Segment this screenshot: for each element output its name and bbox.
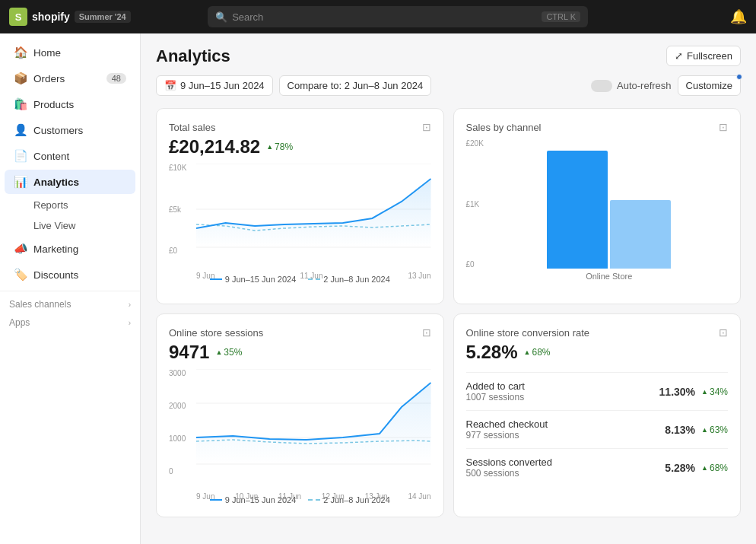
bar-chart-inner bbox=[466, 139, 729, 269]
chart-inner bbox=[196, 369, 431, 491]
card-header: Total sales ⊡ bbox=[169, 121, 431, 133]
total-sales-card: Total sales ⊡ £20,214.82 78% £10K £5k £0 bbox=[156, 108, 444, 304]
sidebar-item-label: Analytics bbox=[33, 177, 79, 188]
date-range-filter[interactable]: 📅 9 Jun–15 Jun 2024 bbox=[156, 75, 273, 96]
sidebar-item-customers[interactable]: 👤 Customers bbox=[5, 118, 135, 142]
conversion-row-info: Reached checkout 977 sessions bbox=[466, 418, 548, 441]
sidebar: 🏠 Home 📦 Orders 48 🛍️ Products 👤 Custome… bbox=[0, 33, 141, 544]
conversion-row-label: Added to cart bbox=[466, 380, 525, 392]
sidebar-item-label: Orders bbox=[33, 73, 65, 84]
compare-label: Compare to: 2 Jun–8 Jun 2024 bbox=[287, 80, 424, 91]
conversion-pct: 8.13% bbox=[665, 424, 695, 436]
search-placeholder: Search bbox=[232, 11, 263, 23]
expand-icon[interactable]: ⊡ bbox=[719, 326, 728, 339]
conversion-rows: Added to cart 1007 sessions 11.30% 34% R… bbox=[466, 372, 729, 486]
conversion-rate-card: Online store conversion rate ⊡ 5.28% 68%… bbox=[453, 313, 742, 517]
customize-button[interactable]: Customize bbox=[678, 75, 741, 96]
conversion-row-label: Reached checkout bbox=[466, 418, 548, 430]
apps-section[interactable]: Apps › bbox=[0, 313, 140, 331]
orders-badge: 48 bbox=[106, 73, 126, 84]
card-header: Sales by channel ⊡ bbox=[466, 121, 729, 133]
chart-inner bbox=[196, 164, 431, 270]
filters-row: 📅 9 Jun–15 Jun 2024 Compare to: 2 Jun–8 … bbox=[156, 75, 741, 96]
card-title: Online store sessions bbox=[169, 327, 263, 339]
conversion-value: 5.28% 68% bbox=[466, 342, 729, 363]
sidebar-item-label: Content bbox=[33, 151, 69, 162]
cards-grid: Total sales ⊡ £20,214.82 78% £10K £5k £0 bbox=[156, 108, 741, 517]
trend-badge: 35% bbox=[215, 347, 242, 358]
expand-icon[interactable]: ⊡ bbox=[719, 121, 728, 133]
sidebar-item-products[interactable]: 🛍️ Products bbox=[5, 92, 135, 116]
card-header: Online store conversion rate ⊡ bbox=[466, 326, 729, 339]
sidebar-item-content[interactable]: 📄 Content bbox=[5, 144, 135, 168]
sales-channels-section[interactable]: Sales channels › bbox=[0, 294, 140, 313]
conversion-row-right: 5.28% 68% bbox=[665, 462, 728, 474]
sidebar-item-reports[interactable]: Reports bbox=[5, 196, 135, 215]
search-shortcut: CTRL K bbox=[542, 11, 580, 22]
sessions-chart: 3000 2000 1000 0 bbox=[169, 369, 431, 491]
expand-icon[interactable]: ⊡ bbox=[422, 326, 431, 339]
trend-badge: 63% bbox=[701, 425, 728, 435]
customize-label: Customize bbox=[686, 80, 732, 91]
chevron-right-icon: › bbox=[129, 301, 131, 309]
sidebar-item-marketing[interactable]: 📣 Marketing bbox=[5, 237, 135, 261]
y-axis-labels: £10K £5k £0 bbox=[169, 164, 193, 255]
customers-icon: 👤 bbox=[14, 123, 27, 137]
conversion-row-sub: 977 sessions bbox=[466, 430, 548, 441]
conversion-row-sub: 500 sessions bbox=[466, 468, 552, 479]
shopify-logo: S shopify Summer '24 bbox=[9, 8, 131, 26]
shopify-icon: S bbox=[9, 8, 27, 26]
home-icon: 🏠 bbox=[14, 46, 27, 59]
bar-label: Online Store bbox=[586, 272, 632, 281]
bar-group bbox=[491, 151, 729, 269]
customize-notification-dot bbox=[736, 74, 742, 80]
fullscreen-icon: ⤢ bbox=[675, 50, 683, 62]
conversion-row-converted: Sessions converted 500 sessions 5.28% 68… bbox=[466, 448, 729, 486]
y-axis-labels: 3000 2000 1000 0 bbox=[169, 369, 193, 476]
date-range-label: 9 Jun–15 Jun 2024 bbox=[180, 80, 265, 91]
search-icon: 🔍 bbox=[215, 11, 227, 23]
fullscreen-button[interactable]: ⤢ Fullscreen bbox=[666, 46, 741, 66]
brand-name: shopify bbox=[32, 11, 70, 23]
sidebar-item-analytics[interactable]: 📊 Analytics bbox=[5, 170, 135, 194]
sidebar-item-home[interactable]: 🏠 Home bbox=[5, 40, 135, 65]
page-title: Analytics bbox=[156, 46, 230, 66]
conversion-pct: 5.28% bbox=[665, 462, 695, 474]
page-header: Analytics ⤢ Fullscreen bbox=[156, 46, 741, 66]
sidebar-item-label: Home bbox=[33, 47, 61, 59]
topbar: S shopify Summer '24 🔍 Search CTRL K 🔔 bbox=[0, 0, 756, 33]
sidebar-divider bbox=[0, 291, 140, 291]
bar-current bbox=[547, 151, 608, 269]
sessions-line-chart-svg bbox=[196, 369, 431, 472]
compare-filter[interactable]: Compare to: 2 Jun–8 Jun 2024 bbox=[279, 75, 432, 96]
calendar-icon: 📅 bbox=[164, 80, 176, 91]
products-icon: 🛍️ bbox=[14, 97, 27, 111]
card-title: Sales by channel bbox=[466, 122, 542, 133]
search-bar[interactable]: 🔍 Search CTRL K bbox=[208, 6, 588, 27]
trend-badge: 68% bbox=[701, 463, 728, 473]
total-sales-value: £20,214.82 78% bbox=[169, 136, 431, 157]
line-chart-svg bbox=[196, 164, 431, 255]
sidebar-item-label: Products bbox=[33, 99, 74, 110]
conversion-row-label: Sessions converted bbox=[466, 457, 552, 468]
conversion-pct: 11.30% bbox=[659, 386, 695, 398]
expand-icon[interactable]: ⊡ bbox=[422, 121, 431, 133]
conversion-row-info: Added to cart 1007 sessions bbox=[466, 380, 525, 402]
sidebar-item-orders[interactable]: 📦 Orders 48 bbox=[5, 66, 135, 91]
sidebar-item-discounts[interactable]: 🏷️ Discounts bbox=[5, 262, 135, 287]
summer-badge: Summer '24 bbox=[75, 11, 131, 23]
sidebar-item-live-view[interactable]: Live View bbox=[5, 216, 135, 235]
bar-previous bbox=[610, 200, 671, 269]
trend-badge: 68% bbox=[524, 347, 551, 358]
content-icon: 📄 bbox=[14, 149, 27, 163]
notification-bell-icon[interactable]: 🔔 bbox=[730, 8, 747, 25]
conversion-row-sub: 1007 sessions bbox=[466, 392, 525, 402]
online-sessions-card: Online store sessions ⊡ 9471 35% 3000 20… bbox=[156, 313, 444, 517]
toggle-switch[interactable] bbox=[591, 80, 612, 92]
apps-label: Apps bbox=[9, 317, 30, 328]
marketing-icon: 📣 bbox=[14, 242, 27, 256]
sidebar-item-label: Customers bbox=[33, 125, 83, 136]
sidebar-item-label: Marketing bbox=[33, 243, 78, 255]
conversion-row-checkout: Reached checkout 977 sessions 8.13% 63% bbox=[466, 410, 729, 448]
card-title: Online store conversion rate bbox=[466, 327, 590, 339]
